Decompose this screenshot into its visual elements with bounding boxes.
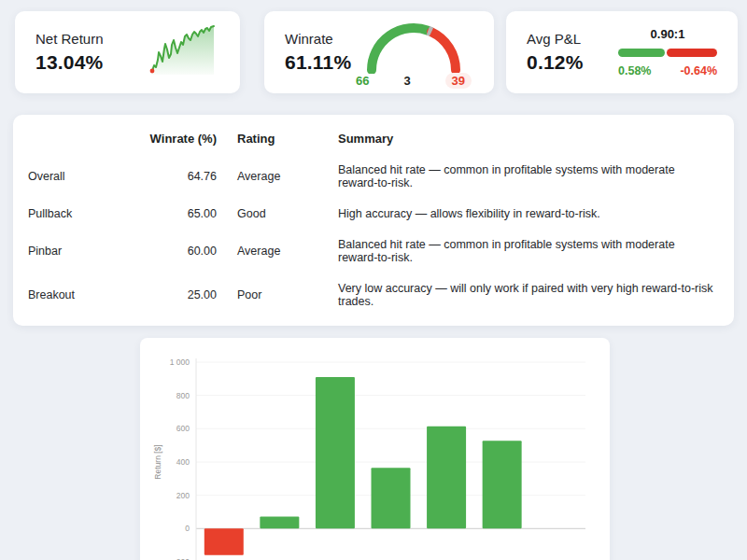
avg-pnl-value: 0.12% xyxy=(527,51,584,74)
avg-pnl-detail: 0.90:1 0.58% -0.64% xyxy=(618,27,717,77)
row-summary: High accuracy — allows flexibility in re… xyxy=(327,198,721,229)
row-winrate: 60.00 xyxy=(144,229,226,273)
winrate-gauge: 66 3 39 xyxy=(354,16,473,89)
header-name xyxy=(24,122,144,154)
row-name: Breakout xyxy=(24,273,144,316)
avg-pnl-card: Avg P&L 0.12% 0.90:1 0.58% -0.64% xyxy=(506,11,738,93)
bar-thursday[interactable] xyxy=(372,468,411,528)
row-winrate: 65.00 xyxy=(144,198,226,229)
equity-sparkline-icon xyxy=(147,24,219,80)
win-bar-segment xyxy=(618,49,665,57)
winrate-card: Winrate 61.11% 66 3 39 xyxy=(264,11,494,93)
row-summary: Balanced hit rate — common in profitable… xyxy=(327,154,721,198)
breakeven-count: 3 xyxy=(403,74,410,88)
winrate-text: Winrate 61.11% xyxy=(285,31,351,74)
header-summary: Summary xyxy=(327,122,721,154)
bar-monday[interactable] xyxy=(204,528,244,555)
table-row: Overall 64.76 Average Balanced hit rate … xyxy=(24,154,721,198)
avg-loss-value: -0.64% xyxy=(680,64,717,77)
net-return-label: Net Return xyxy=(35,31,104,47)
winrate-counts: 66 3 39 xyxy=(356,73,472,89)
y-tick-label: 0 xyxy=(185,524,190,533)
row-summary: Very low accuracy — will only work if pa… xyxy=(327,273,721,316)
y-axis-title: Return [$] xyxy=(153,444,162,479)
daily-return-bar-chart[interactable]: 1 0008006004002000-200Return [$]MondayTu… xyxy=(149,347,600,560)
bar-saturday[interactable] xyxy=(483,441,522,528)
reward-risk-ratio: 0.90:1 xyxy=(618,27,717,41)
row-name: Pullback xyxy=(24,198,144,229)
header-winrate: Winrate (%) xyxy=(144,122,226,154)
header-rating: Rating xyxy=(226,122,327,154)
row-winrate: 64.76 xyxy=(144,154,226,198)
daily-return-chart-card: 1 0008006004002000-200Return [$]MondayTu… xyxy=(140,338,610,560)
kpi-cards-row: Net Return 13.04% Winrate 61.11% 66 3 xyxy=(0,0,747,93)
row-name: Overall xyxy=(24,154,144,198)
row-name: Pinbar xyxy=(24,229,144,273)
bar-friday[interactable] xyxy=(427,427,466,529)
y-tick-label: 1 000 xyxy=(170,357,190,367)
losses-count: 39 xyxy=(445,73,472,89)
y-tick-label: 800 xyxy=(176,391,190,400)
loss-bar-segment xyxy=(667,49,717,57)
bar-wednesday[interactable] xyxy=(316,377,355,528)
win-loss-bar xyxy=(618,49,717,57)
avg-win-loss-values: 0.58% -0.64% xyxy=(618,64,717,77)
net-return-value: 13.04% xyxy=(35,51,104,74)
net-return-text: Net Return 13.04% xyxy=(35,31,104,74)
row-rating: Poor xyxy=(226,273,327,316)
y-tick-label: 400 xyxy=(176,457,190,467)
row-rating: Average xyxy=(226,229,327,273)
net-return-card: Net Return 13.04% xyxy=(15,11,240,93)
row-summary: Balanced hit rate — common in profitable… xyxy=(327,229,721,273)
winrate-gauge-icon xyxy=(356,16,472,74)
avg-pnl-label: Avg P&L xyxy=(527,31,584,47)
table-row: Breakout 25.00 Poor Very low accuracy — … xyxy=(24,273,721,316)
table-row: Pinbar 60.00 Average Balanced hit rate —… xyxy=(24,229,721,273)
y-tick-label: 200 xyxy=(176,491,190,500)
avg-win-value: 0.58% xyxy=(618,64,651,77)
bar-tuesday[interactable] xyxy=(260,516,299,528)
row-rating: Average xyxy=(226,154,327,198)
winrate-value: 61.11% xyxy=(285,51,351,74)
row-winrate: 25.00 xyxy=(144,273,226,316)
row-rating: Good xyxy=(226,198,327,229)
table-header-row: Winrate (%) Rating Summary xyxy=(24,122,721,154)
avg-pnl-text: Avg P&L 0.12% xyxy=(527,31,584,74)
table-row: Pullback 65.00 Good High accuracy — allo… xyxy=(24,198,721,229)
strategy-table-card: Winrate (%) Rating Summary Overall 64.76… xyxy=(13,115,734,326)
wins-count: 66 xyxy=(356,74,369,88)
strategy-table: Winrate (%) Rating Summary Overall 64.76… xyxy=(24,122,721,316)
winrate-label: Winrate xyxy=(285,31,351,47)
y-tick-label: 600 xyxy=(176,424,190,433)
